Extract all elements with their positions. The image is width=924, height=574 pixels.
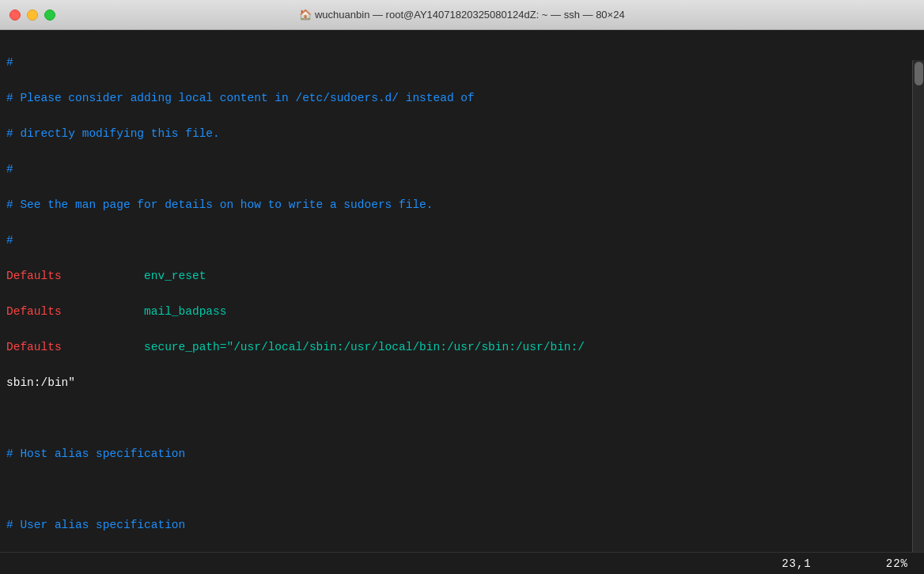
line-13	[6, 481, 911, 498]
status-bar: 23,1 22%	[0, 552, 924, 574]
close-button[interactable]	[9, 9, 21, 21]
minimize-button[interactable]	[27, 9, 38, 21]
line-9: Defaults secure_path="/usr/local/sbin:/u…	[6, 338, 911, 356]
home-icon: 🏠	[299, 9, 312, 21]
terminal-content: # # Please consider adding local content…	[6, 36, 911, 552]
line-7: Defaults env_reset	[6, 267, 911, 285]
cursor-position: 23,1 22%	[782, 557, 908, 570]
line-2: # Please consider adding local content i…	[6, 89, 911, 107]
window-title: 🏠 wuchuanbin — root@AY14071820325080124d…	[299, 9, 624, 21]
line-11	[6, 410, 911, 427]
line-6: #	[6, 232, 911, 249]
terminal-body[interactable]: # # Please consider adding local content…	[0, 30, 924, 552]
line-12: # Host alias specification	[6, 445, 911, 463]
line-3: # directly modifying this file.	[6, 125, 911, 142]
line-8: Defaults mail_badpass	[6, 303, 911, 320]
traffic-lights	[9, 9, 55, 21]
scrollbar[interactable]	[912, 60, 924, 552]
line-10: sbin:/bin"	[6, 374, 911, 391]
terminal-window: 🏠 wuchuanbin — root@AY14071820325080124d…	[0, 0, 924, 574]
line-14: # User alias specification	[6, 516, 911, 534]
titlebar: 🏠 wuchuanbin — root@AY14071820325080124d…	[0, 0, 924, 30]
maximize-button[interactable]	[44, 9, 55, 21]
line-5: # See the man page for details on how to…	[6, 196, 911, 213]
line-4: #	[6, 160, 911, 178]
line-1: #	[6, 54, 911, 71]
scrollbar-thumb[interactable]	[915, 62, 923, 85]
